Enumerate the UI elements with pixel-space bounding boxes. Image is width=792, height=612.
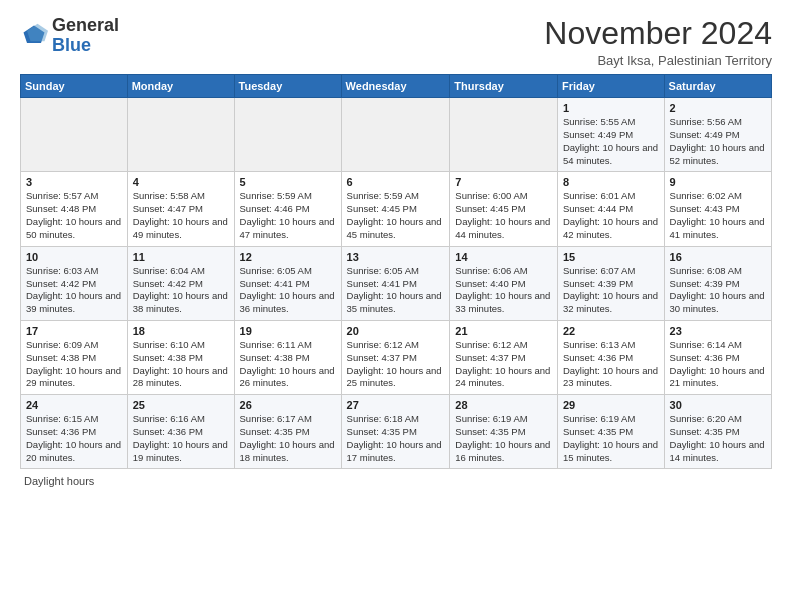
day-number: 10 — [26, 251, 122, 263]
calendar-cell: 18Sunrise: 6:10 AM Sunset: 4:38 PM Dayli… — [127, 320, 234, 394]
calendar-week-row: 1Sunrise: 5:55 AM Sunset: 4:49 PM Daylig… — [21, 98, 772, 172]
calendar-cell: 2Sunrise: 5:56 AM Sunset: 4:49 PM Daylig… — [664, 98, 771, 172]
day-info: Sunrise: 6:05 AM Sunset: 4:41 PM Dayligh… — [240, 265, 336, 316]
day-info: Sunrise: 6:12 AM Sunset: 4:37 PM Dayligh… — [455, 339, 552, 390]
day-info: Sunrise: 6:19 AM Sunset: 4:35 PM Dayligh… — [455, 413, 552, 464]
calendar-cell — [234, 98, 341, 172]
calendar-cell: 28Sunrise: 6:19 AM Sunset: 4:35 PM Dayli… — [450, 395, 558, 469]
day-number: 20 — [347, 325, 445, 337]
col-header-sunday: Sunday — [21, 75, 128, 98]
calendar-cell: 7Sunrise: 6:00 AM Sunset: 4:45 PM Daylig… — [450, 172, 558, 246]
calendar-cell: 5Sunrise: 5:59 AM Sunset: 4:46 PM Daylig… — [234, 172, 341, 246]
calendar-cell: 21Sunrise: 6:12 AM Sunset: 4:37 PM Dayli… — [450, 320, 558, 394]
calendar-week-row: 17Sunrise: 6:09 AM Sunset: 4:38 PM Dayli… — [21, 320, 772, 394]
day-number: 4 — [133, 176, 229, 188]
day-number: 13 — [347, 251, 445, 263]
day-number: 12 — [240, 251, 336, 263]
calendar-cell: 30Sunrise: 6:20 AM Sunset: 4:35 PM Dayli… — [664, 395, 771, 469]
calendar-cell — [127, 98, 234, 172]
calendar-cell: 22Sunrise: 6:13 AM Sunset: 4:36 PM Dayli… — [557, 320, 664, 394]
page: General Blue November 2024 Bayt Iksa, Pa… — [0, 0, 792, 612]
svg-marker-1 — [27, 24, 48, 42]
day-number: 23 — [670, 325, 766, 337]
calendar-cell: 29Sunrise: 6:19 AM Sunset: 4:35 PM Dayli… — [557, 395, 664, 469]
day-number: 1 — [563, 102, 659, 114]
calendar-cell: 24Sunrise: 6:15 AM Sunset: 4:36 PM Dayli… — [21, 395, 128, 469]
calendar-cell: 20Sunrise: 6:12 AM Sunset: 4:37 PM Dayli… — [341, 320, 450, 394]
day-info: Sunrise: 6:12 AM Sunset: 4:37 PM Dayligh… — [347, 339, 445, 390]
day-info: Sunrise: 5:57 AM Sunset: 4:48 PM Dayligh… — [26, 190, 122, 241]
calendar-cell — [341, 98, 450, 172]
col-header-friday: Friday — [557, 75, 664, 98]
day-info: Sunrise: 5:58 AM Sunset: 4:47 PM Dayligh… — [133, 190, 229, 241]
day-number: 17 — [26, 325, 122, 337]
calendar-week-row: 10Sunrise: 6:03 AM Sunset: 4:42 PM Dayli… — [21, 246, 772, 320]
day-number: 8 — [563, 176, 659, 188]
day-info: Sunrise: 6:15 AM Sunset: 4:36 PM Dayligh… — [26, 413, 122, 464]
calendar-cell: 1Sunrise: 5:55 AM Sunset: 4:49 PM Daylig… — [557, 98, 664, 172]
logo: General Blue — [20, 16, 119, 56]
day-number: 19 — [240, 325, 336, 337]
calendar-cell: 25Sunrise: 6:16 AM Sunset: 4:36 PM Dayli… — [127, 395, 234, 469]
logo-general: General — [52, 15, 119, 35]
header: General Blue November 2024 Bayt Iksa, Pa… — [20, 16, 772, 68]
day-info: Sunrise: 5:59 AM Sunset: 4:46 PM Dayligh… — [240, 190, 336, 241]
day-number: 18 — [133, 325, 229, 337]
day-number: 3 — [26, 176, 122, 188]
day-info: Sunrise: 6:04 AM Sunset: 4:42 PM Dayligh… — [133, 265, 229, 316]
calendar-cell: 8Sunrise: 6:01 AM Sunset: 4:44 PM Daylig… — [557, 172, 664, 246]
day-info: Sunrise: 6:08 AM Sunset: 4:39 PM Dayligh… — [670, 265, 766, 316]
day-number: 6 — [347, 176, 445, 188]
logo-text: General Blue — [52, 16, 119, 56]
footer-note: Daylight hours — [20, 475, 772, 487]
calendar-cell: 27Sunrise: 6:18 AM Sunset: 4:35 PM Dayli… — [341, 395, 450, 469]
calendar-cell: 23Sunrise: 6:14 AM Sunset: 4:36 PM Dayli… — [664, 320, 771, 394]
day-number: 16 — [670, 251, 766, 263]
day-number: 24 — [26, 399, 122, 411]
calendar-cell: 13Sunrise: 6:05 AM Sunset: 4:41 PM Dayli… — [341, 246, 450, 320]
logo-icon — [20, 22, 48, 50]
day-number: 22 — [563, 325, 659, 337]
day-info: Sunrise: 6:06 AM Sunset: 4:40 PM Dayligh… — [455, 265, 552, 316]
day-info: Sunrise: 6:16 AM Sunset: 4:36 PM Dayligh… — [133, 413, 229, 464]
calendar-cell: 4Sunrise: 5:58 AM Sunset: 4:47 PM Daylig… — [127, 172, 234, 246]
day-info: Sunrise: 6:10 AM Sunset: 4:38 PM Dayligh… — [133, 339, 229, 390]
day-info: Sunrise: 6:01 AM Sunset: 4:44 PM Dayligh… — [563, 190, 659, 241]
day-number: 14 — [455, 251, 552, 263]
day-info: Sunrise: 5:55 AM Sunset: 4:49 PM Dayligh… — [563, 116, 659, 167]
calendar-cell: 10Sunrise: 6:03 AM Sunset: 4:42 PM Dayli… — [21, 246, 128, 320]
calendar-cell: 11Sunrise: 6:04 AM Sunset: 4:42 PM Dayli… — [127, 246, 234, 320]
day-number: 11 — [133, 251, 229, 263]
day-info: Sunrise: 6:09 AM Sunset: 4:38 PM Dayligh… — [26, 339, 122, 390]
day-info: Sunrise: 6:11 AM Sunset: 4:38 PM Dayligh… — [240, 339, 336, 390]
col-header-monday: Monday — [127, 75, 234, 98]
col-header-wednesday: Wednesday — [341, 75, 450, 98]
day-info: Sunrise: 5:59 AM Sunset: 4:45 PM Dayligh… — [347, 190, 445, 241]
calendar-cell: 16Sunrise: 6:08 AM Sunset: 4:39 PM Dayli… — [664, 246, 771, 320]
day-info: Sunrise: 6:03 AM Sunset: 4:42 PM Dayligh… — [26, 265, 122, 316]
day-info: Sunrise: 6:17 AM Sunset: 4:35 PM Dayligh… — [240, 413, 336, 464]
logo-blue: Blue — [52, 35, 91, 55]
day-info: Sunrise: 6:02 AM Sunset: 4:43 PM Dayligh… — [670, 190, 766, 241]
day-number: 30 — [670, 399, 766, 411]
day-number: 25 — [133, 399, 229, 411]
calendar-header-row: SundayMondayTuesdayWednesdayThursdayFrid… — [21, 75, 772, 98]
day-info: Sunrise: 6:18 AM Sunset: 4:35 PM Dayligh… — [347, 413, 445, 464]
day-number: 28 — [455, 399, 552, 411]
day-info: Sunrise: 6:05 AM Sunset: 4:41 PM Dayligh… — [347, 265, 445, 316]
col-header-thursday: Thursday — [450, 75, 558, 98]
calendar-cell: 17Sunrise: 6:09 AM Sunset: 4:38 PM Dayli… — [21, 320, 128, 394]
day-info: Sunrise: 6:13 AM Sunset: 4:36 PM Dayligh… — [563, 339, 659, 390]
day-info: Sunrise: 6:14 AM Sunset: 4:36 PM Dayligh… — [670, 339, 766, 390]
location-subtitle: Bayt Iksa, Palestinian Territory — [544, 53, 772, 68]
title-block: November 2024 Bayt Iksa, Palestinian Ter… — [544, 16, 772, 68]
day-info: Sunrise: 5:56 AM Sunset: 4:49 PM Dayligh… — [670, 116, 766, 167]
month-title: November 2024 — [544, 16, 772, 51]
day-info: Sunrise: 6:19 AM Sunset: 4:35 PM Dayligh… — [563, 413, 659, 464]
day-number: 5 — [240, 176, 336, 188]
day-number: 7 — [455, 176, 552, 188]
calendar-cell: 26Sunrise: 6:17 AM Sunset: 4:35 PM Dayli… — [234, 395, 341, 469]
daylight-label: Daylight hours — [24, 475, 94, 487]
col-header-tuesday: Tuesday — [234, 75, 341, 98]
col-header-saturday: Saturday — [664, 75, 771, 98]
